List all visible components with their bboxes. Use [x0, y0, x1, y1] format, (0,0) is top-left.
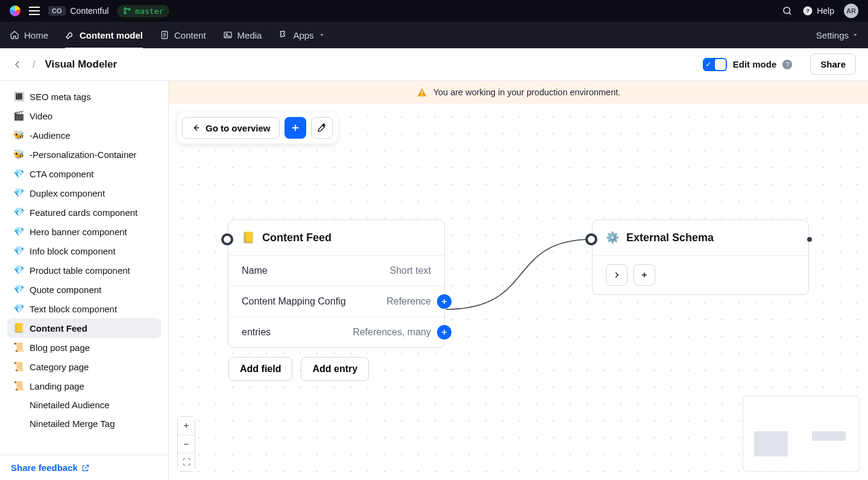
- warning-icon: [417, 87, 427, 98]
- plus-icon: [290, 122, 301, 133]
- contentful-logo-icon[interactable]: [10, 5, 20, 16]
- sidebar-item-emoji-icon: 📜: [13, 342, 24, 353]
- sidebar-item-emoji-icon: 💎: [13, 245, 24, 256]
- field-reference-port[interactable]: [437, 294, 451, 309]
- chevron-down-icon: [319, 32, 325, 38]
- canvas[interactable]: Go to overview 📒: [169, 104, 868, 480]
- page-header: / Visual Modeler ✓ Edit mode ? Share: [0, 48, 868, 81]
- sidebar-item[interactable]: Ninetailed Audience: [7, 396, 161, 414]
- org-switcher[interactable]: CO Contentful: [48, 6, 108, 16]
- svg-point-1: [124, 12, 126, 14]
- zoom-in-button[interactable]: +: [178, 417, 195, 435]
- svg-point-8: [226, 34, 227, 35]
- minimap[interactable]: [743, 396, 860, 472]
- zoom-out-button[interactable]: −: [178, 435, 195, 453]
- sidebar-item[interactable]: 🐝-Audience: [7, 125, 161, 145]
- sparkle-icon: [316, 122, 327, 133]
- sidebar-item-emoji-icon: 🐝: [13, 149, 24, 160]
- nav-label: Settings: [816, 30, 849, 40]
- chevron-down-icon: [852, 32, 858, 38]
- nav-content-model[interactable]: Content model: [65, 23, 143, 49]
- production-warning-banner: You are working in your production envir…: [169, 81, 868, 104]
- puzzle-icon: [278, 30, 288, 40]
- sidebar-item-label: Ninetailed Audience: [30, 400, 110, 410]
- node-field-row[interactable]: entriesReferences, many: [228, 317, 444, 347]
- nav-home[interactable]: Home: [10, 22, 48, 48]
- image-icon: [223, 30, 233, 40]
- share-button[interactable]: Share: [810, 54, 856, 75]
- add-node-button[interactable]: [285, 117, 306, 139]
- svg-rect-10: [421, 95, 423, 96]
- edit-mode-label: Edit mode: [733, 59, 777, 69]
- nav-settings[interactable]: Settings: [816, 30, 858, 40]
- sidebar-item[interactable]: 💎Quote component: [7, 280, 161, 299]
- help-tooltip-icon[interactable]: ?: [782, 60, 792, 69]
- minimap-node: [812, 431, 846, 441]
- sidebar-item[interactable]: 📜Landing page: [7, 376, 161, 396]
- document-icon: [160, 30, 169, 40]
- nav-media[interactable]: Media: [223, 22, 262, 48]
- sidebar-item[interactable]: 💎Featured cards component: [7, 203, 161, 222]
- sidebar-item[interactable]: 🐝-Personalization-Container: [7, 145, 161, 164]
- sidebar-item[interactable]: Ninetailed Merge Tag: [7, 414, 161, 433]
- sidebar-item-label: Video: [30, 111, 52, 121]
- node-field-row[interactable]: NameShort text: [228, 255, 444, 286]
- add-to-node-button[interactable]: [634, 264, 655, 286]
- sidebar-item[interactable]: 💎Hero banner component: [7, 222, 161, 241]
- svg-point-0: [124, 8, 126, 10]
- go-to-overview-button[interactable]: Go to overview: [182, 117, 280, 139]
- node-header[interactable]: ⚙️ External Schema: [593, 220, 808, 255]
- sidebar-item-emoji-icon: 📒: [13, 323, 24, 333]
- sidebar-item-label: Content Feed: [30, 323, 87, 333]
- nav-apps[interactable]: Apps: [278, 22, 324, 48]
- node-header[interactable]: 📒 Content Feed: [228, 220, 444, 255]
- sidebar-item-label: -Audience: [30, 130, 71, 141]
- sidebar-item-label: Duplex component: [30, 188, 105, 198]
- expand-node-button[interactable]: [606, 264, 627, 286]
- sidebar-item-label: Ninetailed Merge Tag: [30, 418, 115, 429]
- nav-content[interactable]: Content: [160, 22, 206, 48]
- avatar[interactable]: AR: [844, 4, 858, 18]
- edit-mode-toggle[interactable]: ✓: [703, 58, 727, 71]
- wrench-icon: [65, 30, 75, 40]
- nav-label: Apps: [293, 30, 313, 40]
- sidebar-item[interactable]: 💎Info block component: [7, 241, 161, 261]
- edit-mode-group: ✓ Edit mode ?: [703, 58, 793, 71]
- node-handle[interactable]: [221, 233, 233, 245]
- search-icon[interactable]: [782, 5, 793, 16]
- node-output-port[interactable]: [807, 237, 812, 242]
- sidebar-item-emoji-icon: 💎: [13, 303, 24, 314]
- ai-suggest-button[interactable]: [311, 117, 333, 139]
- node-field-row[interactable]: Content Mapping ConfigReference: [228, 286, 444, 317]
- breadcrumb-separator: /: [33, 59, 35, 70]
- sidebar-item-label: Info block component: [30, 246, 116, 256]
- sidebar-item[interactable]: 📒Content Feed: [7, 318, 161, 338]
- menu-icon[interactable]: [29, 7, 40, 15]
- zoom-fit-button[interactable]: ⛶: [178, 453, 195, 471]
- sidebar-item[interactable]: 💎Duplex component: [7, 183, 161, 203]
- add-entry-button[interactable]: Add entry: [301, 357, 369, 381]
- nav-label: Home: [24, 30, 48, 40]
- help-icon[interactable]: ? Help: [802, 5, 834, 16]
- field-reference-port[interactable]: [437, 325, 451, 339]
- node-handle[interactable]: [585, 233, 597, 245]
- sidebar-item[interactable]: 💎CTA component: [7, 164, 161, 183]
- sidebar-item[interactable]: 📜Category page: [7, 357, 161, 376]
- node-content-feed[interactable]: 📒 Content Feed NameShort textContent Map…: [228, 219, 445, 348]
- banner-text: You are working in your production envir…: [433, 87, 621, 97]
- node-external-schema[interactable]: ⚙️ External Schema: [592, 219, 809, 295]
- node-emoji-icon: ⚙️: [606, 231, 619, 244]
- sidebar-item[interactable]: 💎Product table component: [7, 261, 161, 280]
- share-feedback-link[interactable]: Share feedback: [11, 463, 157, 473]
- nav-label: Media: [237, 30, 262, 40]
- environment-pill[interactable]: master: [117, 5, 169, 17]
- sidebar-item[interactable]: 💎Text block component: [7, 299, 161, 318]
- sidebar-item[interactable]: 📜Blog post page: [7, 338, 161, 357]
- sidebar-item[interactable]: 🔳SEO meta tags: [7, 87, 161, 106]
- canvas-area: You are working in your production envir…: [169, 81, 868, 480]
- sidebar-item[interactable]: 🎬Video: [7, 106, 161, 125]
- add-field-button[interactable]: Add field: [228, 357, 292, 381]
- back-button[interactable]: [12, 59, 23, 70]
- svg-rect-9: [421, 91, 423, 94]
- canvas-toolbar: Go to overview: [177, 112, 338, 144]
